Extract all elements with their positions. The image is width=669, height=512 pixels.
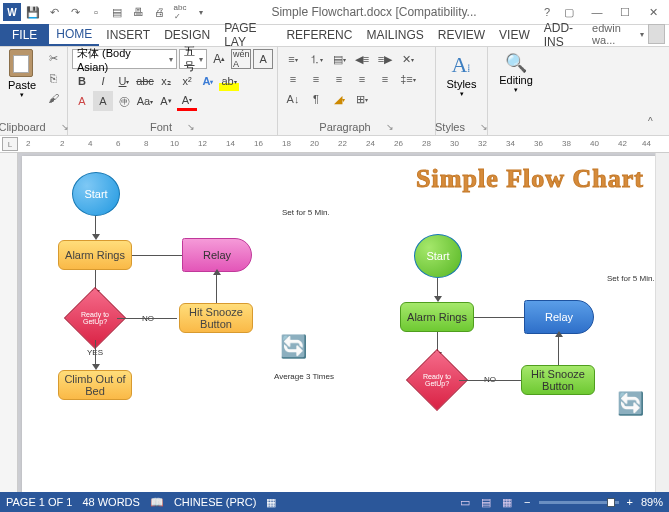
cut-icon[interactable]: ✂	[43, 49, 63, 67]
increase-indent-icon[interactable]: ≡▶	[374, 49, 396, 69]
user-info[interactable]: edwin wa... ▾	[592, 22, 669, 46]
open-icon[interactable]: ▤	[108, 3, 126, 21]
status-proofing-icon[interactable]: 📖	[150, 496, 164, 509]
help-icon[interactable]: ?	[538, 3, 556, 21]
tab-addins[interactable]: ADD-INS	[537, 24, 592, 46]
font-launcher-icon[interactable]: ↘	[187, 122, 195, 132]
status-macro-icon[interactable]: ▦	[266, 496, 276, 509]
tab-design[interactable]: DESIGN	[157, 24, 217, 46]
distributed-icon[interactable]: ≡	[374, 69, 396, 89]
spell-icon[interactable]: abc✓	[171, 3, 189, 21]
italic-icon[interactable]: I	[93, 71, 113, 91]
maximize-icon[interactable]: ☐	[612, 2, 638, 22]
minimize-icon[interactable]: —	[584, 2, 610, 22]
avatar-icon[interactable]	[648, 24, 665, 44]
highlight-icon[interactable]: ab▾	[219, 71, 239, 91]
save-icon[interactable]: 💾	[24, 3, 42, 21]
copy-icon[interactable]: ⎘	[43, 69, 63, 87]
justify-icon[interactable]: ≡	[351, 69, 373, 89]
new-icon[interactable]: ▫	[87, 3, 105, 21]
asian-layout-icon[interactable]: ✕▾	[397, 49, 419, 69]
font-size-combo[interactable]: 五号▾	[179, 49, 207, 69]
strikethrough-icon[interactable]: abc	[135, 71, 155, 91]
clipboard-label: Clipboard	[0, 121, 46, 133]
shrink-font-icon[interactable]: A▾	[156, 91, 176, 111]
group-paragraph: ≡▾ ⒈▾ ▤▾ ◀≡ ≡▶ ✕▾ ≡ ≡ ≡ ≡ ≡ ‡≡▾ A↓ ¶ ◢▾ …	[278, 47, 436, 135]
tab-references[interactable]: REFERENC	[279, 24, 359, 46]
underline-icon[interactable]: U▾	[114, 71, 134, 91]
status-language[interactable]: CHINESE (PRC)	[174, 496, 257, 508]
align-center-icon[interactable]: ≡	[305, 69, 327, 89]
format-painter-icon[interactable]: 🖌	[43, 89, 63, 107]
ruler-horizontal[interactable]: L 22468101214161820222426283032343638404…	[0, 136, 669, 153]
decrease-indent-icon[interactable]: ◀≡	[351, 49, 373, 69]
ribbon-tabs: FILE HOME INSERT DESIGN PAGE LAY REFEREN…	[0, 25, 669, 47]
editing-button[interactable]: 🔍 Editing ▾	[492, 49, 540, 97]
tab-file[interactable]: FILE	[0, 24, 49, 46]
phonetic-icon[interactable]: wénA	[231, 49, 251, 69]
grow-font-icon[interactable]: A▴	[209, 49, 229, 69]
tab-review[interactable]: REVIEW	[431, 24, 492, 46]
styles-button[interactable]: A⁞ Styles ▾	[440, 49, 483, 101]
font-color-icon[interactable]: A▾	[177, 91, 197, 111]
collapse-ribbon-icon[interactable]: ^	[648, 116, 666, 132]
fc-set-left: Set for 5 Min.	[282, 208, 330, 217]
sort-icon[interactable]: A↓	[282, 89, 304, 109]
tab-mailings[interactable]: MAILINGS	[359, 24, 430, 46]
group-editing: 🔍 Editing ▾	[488, 47, 544, 135]
superscript-icon[interactable]: x²	[177, 71, 197, 91]
paragraph-label: Paragraph	[319, 121, 370, 133]
editing-btn-label: Editing	[499, 74, 533, 86]
status-words[interactable]: 48 WORDS	[82, 496, 139, 508]
print-layout-icon[interactable]: ▤	[477, 495, 495, 509]
fc-ready-left: Ready to GetUp?	[73, 296, 117, 340]
ruler-vertical[interactable]	[0, 153, 18, 492]
styles-launcher-icon[interactable]: ↘	[480, 122, 488, 132]
fc-ready-right: Ready to GetUp?	[415, 358, 459, 402]
print-icon[interactable]: 🖨	[150, 3, 168, 21]
tab-home[interactable]: HOME	[49, 24, 99, 46]
paragraph-launcher-icon[interactable]: ↘	[386, 122, 394, 132]
font-name-combo[interactable]: 宋体 (Body Asian)▾	[72, 49, 177, 69]
char-shading-icon[interactable]: A	[93, 91, 113, 111]
zoom-slider[interactable]	[539, 501, 619, 504]
print-preview-icon[interactable]: 🖶	[129, 3, 147, 21]
scrollbar-vertical[interactable]	[655, 153, 669, 492]
change-case-icon[interactable]: Aa▾	[135, 91, 155, 111]
align-left-icon[interactable]: ≡	[282, 69, 304, 89]
align-right-icon[interactable]: ≡	[328, 69, 350, 89]
redo-icon[interactable]: ↷	[66, 3, 84, 21]
show-marks-icon[interactable]: ¶	[305, 89, 327, 109]
shading-icon[interactable]: ◢▾	[328, 89, 350, 109]
numbering-icon[interactable]: ⒈▾	[305, 49, 327, 69]
qat-dropdown-icon[interactable]: ▾	[192, 3, 210, 21]
subscript-icon[interactable]: x₂	[156, 71, 176, 91]
line-spacing-icon[interactable]: ‡≡▾	[397, 69, 419, 89]
text-effects-icon[interactable]: A▾	[198, 71, 218, 91]
tab-layout[interactable]: PAGE LAY	[217, 24, 279, 46]
close-icon[interactable]: ✕	[640, 2, 666, 22]
user-dropdown-icon[interactable]: ▾	[640, 30, 644, 39]
clear-format-icon[interactable]: A	[72, 91, 92, 111]
zoom-in-icon[interactable]: +	[627, 496, 633, 508]
bullets-icon[interactable]: ≡▾	[282, 49, 304, 69]
bold-icon[interactable]: B	[72, 71, 92, 91]
read-mode-icon[interactable]: ▭	[456, 495, 474, 509]
tab-view[interactable]: VIEW	[492, 24, 537, 46]
tab-insert[interactable]: INSERT	[99, 24, 157, 46]
styles-icon: A⁞	[452, 52, 472, 78]
fc-start-left: Start	[72, 172, 120, 216]
char-border-icon[interactable]: A	[253, 49, 273, 69]
ribbon-options-icon[interactable]: ▢	[556, 2, 582, 22]
enclose-icon[interactable]: ㊥	[114, 91, 134, 111]
page[interactable]: Simple Flow Chart Start Alarm Rings Rela…	[22, 156, 662, 492]
ruler-tab-selector[interactable]: L	[2, 137, 18, 151]
zoom-value[interactable]: 89%	[641, 496, 663, 508]
multilevel-icon[interactable]: ▤▾	[328, 49, 350, 69]
undo-icon[interactable]: ↶	[45, 3, 63, 21]
status-page[interactable]: PAGE 1 OF 1	[6, 496, 72, 508]
paste-button[interactable]: Paste ▾	[4, 49, 40, 107]
web-layout-icon[interactable]: ▦	[498, 495, 516, 509]
zoom-out-icon[interactable]: −	[524, 496, 530, 508]
borders-icon[interactable]: ⊞▾	[351, 89, 373, 109]
